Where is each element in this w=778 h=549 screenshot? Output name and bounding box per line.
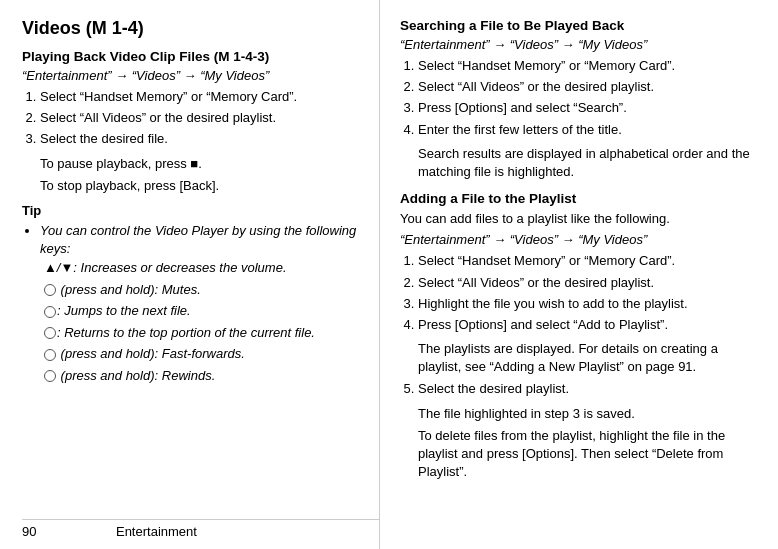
list-item: Select “All Videos” or the desired playl… [40, 109, 361, 127]
page-title: Videos (M 1-4) [22, 18, 361, 39]
footer: 90 Entertainment [22, 519, 380, 539]
list-item: Highlight the file you wish to add to th… [418, 295, 760, 313]
next-text: : Jumps to the next file. [57, 303, 191, 318]
pause-icon: ■ [190, 156, 198, 171]
page: Videos (M 1-4) Playing Back Video Clip F… [0, 0, 778, 549]
footer-label: Entertainment [116, 524, 197, 539]
tip-bullet: You can control the Video Player by usin… [40, 222, 361, 385]
circle3 [44, 327, 56, 339]
list-item: Select “Handset Memory” or “Memory Card”… [418, 57, 760, 75]
step4-indent: The playlists are displayed. For details… [418, 340, 760, 376]
ff-text: (press and hold): Fast-forwards. [57, 346, 245, 361]
list-item: Enter the first few letters of the title… [418, 121, 760, 139]
adding-step5: Select the desired playlist. [418, 380, 760, 398]
adding-sub: “Entertainment” → “Videos” → “My Videos” [400, 232, 760, 247]
list-item: Press [Options] and select “Add to Playl… [418, 316, 760, 334]
search-sub: “Entertainment” → “Videos” → “My Videos” [400, 37, 760, 52]
search-heading: Searching a File to Be Played Back [400, 18, 760, 33]
right-column: Searching a File to Be Played Back “Ente… [380, 0, 778, 549]
circle4 [44, 349, 56, 361]
pause-text: To pause playback, press [40, 156, 190, 171]
pause-end: . [198, 156, 202, 171]
step3-indent2: To stop playback, press [Back]. [40, 177, 361, 195]
adding-intro: You can add files to a playlist like the… [400, 210, 760, 228]
list-item: : Returns to the top portion of the curr… [44, 323, 361, 343]
list-item: Select “All Videos” or the desired playl… [418, 274, 760, 292]
page-number: 90 [22, 524, 36, 539]
step5-indent2: To delete files from the playlist, highl… [418, 427, 760, 482]
list-item: (press and hold): Rewinds. [44, 366, 361, 386]
top-text: : Returns to the top portion of the curr… [57, 325, 315, 340]
adding-steps: Select “Handset Memory” or “Memory Card”… [418, 252, 760, 334]
step5-indent1: The file highlighted in step 3 is saved. [418, 405, 760, 423]
step3-indent1: To pause playback, press ■. [40, 155, 361, 173]
tip-heading: Tip [22, 203, 361, 218]
list-item: Select “Handset Memory” or “Memory Card”… [418, 252, 760, 270]
list-item: (press and hold): Fast-forwards. [44, 344, 361, 364]
circle2 [44, 306, 56, 318]
left-column: Videos (M 1-4) Playing Back Video Clip F… [0, 0, 380, 549]
section1-sub: “Entertainment” → “Videos” → “My Videos” [22, 68, 361, 83]
tip-list: You can control the Video Player by usin… [40, 222, 361, 385]
circle1 [44, 284, 56, 296]
vol-text: : Increases or decreases the volume. [73, 260, 286, 275]
list-item: ▲/▼: Increases or decreases the volume. [44, 258, 361, 278]
list-item: Select the desired playlist. [418, 380, 760, 398]
section1-heading: Playing Back Video Clip Files (M 1-4-3) [22, 49, 361, 64]
list-item: : Jumps to the next file. [44, 301, 361, 321]
list-item: Select “Handset Memory” or “Memory Card”… [40, 88, 361, 106]
footer-spacer [40, 524, 112, 539]
adding-heading: Adding a File to the Playlist [400, 191, 760, 206]
list-item: Select “All Videos” or the desired playl… [418, 78, 760, 96]
vol-icon: ▲/▼ [44, 260, 73, 275]
rew-text: (press and hold): Rewinds. [57, 368, 215, 383]
list-item: Select the desired file. [40, 130, 361, 148]
circle5 [44, 370, 56, 382]
playback-steps: Select “Handset Memory” or “Memory Card”… [40, 88, 361, 149]
search-step4-indent: Search results are displayed in alphabet… [418, 145, 760, 181]
list-item: (press and hold): Mutes. [44, 280, 361, 300]
search-steps: Select “Handset Memory” or “Memory Card”… [418, 57, 760, 139]
mute-text: (press and hold): Mutes. [57, 282, 201, 297]
tip-sublist: ▲/▼: Increases or decreases the volume. … [44, 258, 361, 385]
list-item: Press [Options] and select “Search”. [418, 99, 760, 117]
